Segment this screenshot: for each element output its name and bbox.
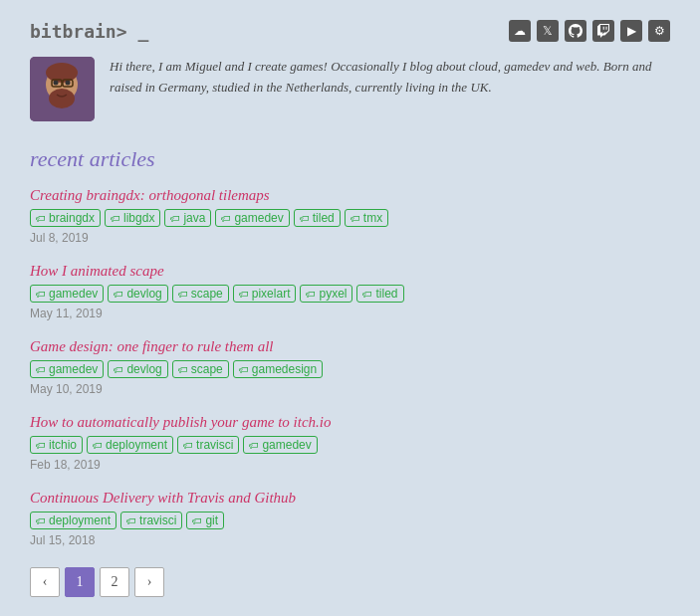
- twitch-icon[interactable]: [592, 20, 614, 42]
- tag-deployment[interactable]: deployment: [87, 436, 173, 454]
- steam-icon[interactable]: ⚙: [648, 20, 670, 42]
- article-item: How to automatically publish your game t…: [30, 414, 670, 472]
- tag-libgdx[interactable]: libgdx: [105, 209, 160, 227]
- article-item: Game design: one finger to rule them all…: [30, 338, 670, 396]
- svg-point-4: [54, 81, 59, 86]
- avatar: [30, 57, 95, 121]
- tag-git[interactable]: git: [186, 512, 224, 529]
- tag-tiled[interactable]: tiled: [294, 209, 341, 227]
- tag-tiled[interactable]: tiled: [356, 285, 403, 303]
- tag-travisci[interactable]: travisci: [120, 512, 182, 529]
- article-date: May 10, 2019: [30, 382, 670, 396]
- pagination: ‹ 1 2 ›: [30, 567, 670, 597]
- tag-deployment[interactable]: deployment: [30, 512, 117, 529]
- twitter-icon[interactable]: 𝕏: [537, 20, 559, 42]
- article-date: Jul 8, 2019: [30, 231, 670, 245]
- tag-itchio[interactable]: itchio: [30, 436, 83, 454]
- youtube-icon[interactable]: ▶: [620, 20, 642, 42]
- tag-gamedev[interactable]: gamedev: [215, 209, 289, 227]
- page-2-button[interactable]: 2: [100, 567, 129, 597]
- header: bitbrain> _ ☁ 𝕏 ▶ ⚙: [30, 10, 670, 57]
- tag-braingdx[interactable]: braingdx: [30, 209, 101, 227]
- article-item: How I animated scapegamedevdevlogscapepi…: [30, 263, 670, 320]
- profile-bio: Hi there, I am Miguel and I create games…: [110, 57, 670, 99]
- article-tags-row: deploymenttraviscigit: [30, 512, 670, 529]
- tag-travisci[interactable]: travisci: [177, 436, 239, 454]
- tag-gamedev[interactable]: gamedev: [30, 360, 104, 378]
- tag-devlog[interactable]: devlog: [108, 285, 167, 303]
- article-item: Continuous Delivery with Travis and Gith…: [30, 490, 670, 547]
- tag-scape[interactable]: scape: [172, 285, 229, 303]
- logo-suffix: > _: [117, 21, 149, 42]
- article-tags-row: braingdxlibgdxjavagamedevtiledtmx: [30, 209, 670, 227]
- article-date: Jul 15, 2018: [30, 533, 670, 547]
- tag-gamedev[interactable]: gamedev: [243, 436, 317, 454]
- social-icons: ☁ 𝕏 ▶ ⚙: [509, 20, 670, 42]
- profile-section: Hi there, I am Miguel and I create games…: [30, 57, 670, 121]
- site-logo[interactable]: bitbrain> _: [30, 21, 148, 42]
- tag-scape[interactable]: scape: [172, 360, 229, 378]
- article-tags-row: itchiodeploymenttraviscigamedev: [30, 436, 670, 454]
- article-title[interactable]: How to automatically publish your game t…: [30, 414, 670, 431]
- article-list: Creating braingdx: orthogonal tilemapsbr…: [30, 187, 670, 547]
- article-title[interactable]: Creating braingdx: orthogonal tilemaps: [30, 187, 670, 204]
- page-wrapper: bitbrain> _ ☁ 𝕏 ▶ ⚙: [0, 0, 700, 616]
- article-title[interactable]: How I animated scape: [30, 263, 670, 280]
- page-1-button[interactable]: 1: [65, 567, 95, 597]
- article-date: May 11, 2019: [30, 307, 670, 320]
- article-date: Feb 18, 2019: [30, 458, 670, 472]
- article-title[interactable]: Game design: one finger to rule them all: [30, 338, 670, 355]
- tag-tmx[interactable]: tmx: [345, 209, 388, 227]
- svg-point-5: [66, 81, 71, 86]
- tag-devlog[interactable]: devlog: [108, 360, 167, 378]
- github-icon[interactable]: [565, 20, 586, 42]
- tag-gamedesign[interactable]: gamedesign: [233, 360, 323, 378]
- prev-page-button[interactable]: ‹: [30, 567, 60, 597]
- logo-text: bitbrain: [30, 21, 117, 42]
- article-title[interactable]: Continuous Delivery with Travis and Gith…: [30, 490, 670, 507]
- tag-pixelart[interactable]: pixelart: [233, 285, 297, 303]
- svg-point-2: [49, 89, 75, 108]
- recent-articles-heading: recent articles: [30, 146, 670, 172]
- tag-gamedev[interactable]: gamedev: [30, 285, 104, 303]
- tag-java[interactable]: java: [164, 209, 211, 227]
- article-item: Creating braingdx: orthogonal tilemapsbr…: [30, 187, 670, 245]
- next-page-button[interactable]: ›: [134, 567, 164, 597]
- article-tags-row: gamedevdevlogscapegamedesign: [30, 360, 670, 378]
- soundcloud-icon[interactable]: ☁: [509, 20, 531, 42]
- article-tags-row: gamedevdevlogscapepixelartpyxeltiled: [30, 285, 670, 303]
- tag-pyxel[interactable]: pyxel: [300, 285, 352, 303]
